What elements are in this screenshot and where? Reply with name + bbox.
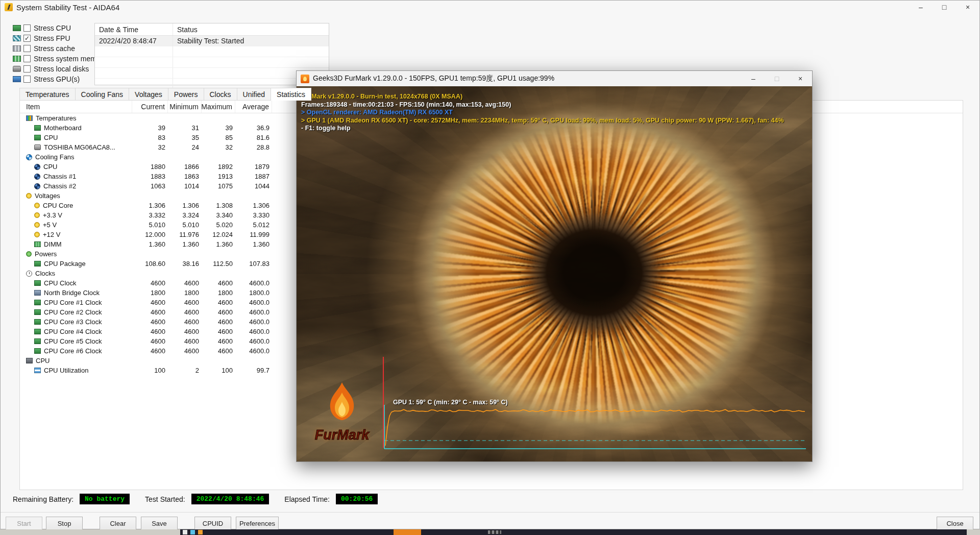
tray-icon[interactable]	[190, 530, 195, 534]
stats-item-label: +3.3 V	[43, 211, 62, 219]
stats-average-value: 1887	[235, 173, 272, 180]
checkbox[interactable]	[23, 65, 31, 72]
stats-average-value: 4600.0	[235, 279, 272, 287]
checkbox[interactable]	[23, 45, 31, 52]
stats-average-value: 1879	[235, 163, 272, 171]
checkbox[interactable]	[23, 76, 31, 83]
log-col-datetime: Date & Time	[95, 23, 173, 35]
stop-button[interactable]: Stop	[46, 517, 83, 530]
save-button[interactable]: Save	[141, 517, 178, 530]
window-controls: – □ ×	[909, 1, 979, 14]
taskbar[interactable]	[0, 529, 980, 535]
maximize-icon[interactable]: □	[933, 1, 956, 14]
stats-minimum-value: 4600	[168, 299, 202, 306]
stats-maximum-value: 5.020	[202, 221, 235, 229]
stats-item-label: CPU Core #6 Clock	[44, 347, 102, 355]
stats-current-value: 4600	[132, 347, 168, 355]
clocks-group-icon	[26, 271, 32, 277]
preferences-button[interactable]: Preferences	[236, 517, 279, 530]
memory-stress-icon	[13, 56, 21, 62]
stats-average-value: 1044	[235, 182, 272, 190]
furmark-minimize-icon[interactable]: –	[742, 71, 765, 86]
stats-average-value: 5.012	[235, 221, 272, 229]
taskbar-right-segment	[967, 529, 980, 535]
stats-minimum-value: 4600	[168, 279, 202, 287]
volt-icon	[34, 222, 40, 228]
cache-stress-icon	[13, 45, 21, 52]
stats-item-label: +5 V	[43, 221, 57, 229]
clear-button[interactable]: Clear	[100, 517, 136, 530]
taskbar-tray-icons[interactable]	[183, 530, 203, 534]
log-datetime: 2022/4/20 8:48:47	[95, 36, 173, 46]
checkbox[interactable]: ✓	[23, 35, 31, 42]
stats-item-label: Cooling Fans	[35, 153, 75, 161]
stats-current-value: 1880	[132, 163, 168, 171]
stress-option[interactable]: Stress CPU	[13, 23, 106, 33]
volt-icon	[34, 232, 40, 237]
elapsed-value: 00:20:56	[336, 494, 378, 504]
tab-clocks[interactable]: Clocks	[204, 88, 237, 101]
tray-icon[interactable]	[183, 530, 187, 534]
stats-minimum-value: 4600	[168, 337, 202, 345]
stats-item-label: DIMM	[44, 240, 62, 248]
stats-minimum-value: 4600	[168, 308, 202, 316]
stats-maximum-value: 1.360	[202, 240, 235, 248]
stats-maximum-value: 1913	[202, 173, 235, 180]
col-average: Average	[235, 101, 272, 113]
stress-option[interactable]: ✓Stress FPU	[13, 33, 106, 43]
stats-item-label: CPU Core	[43, 202, 73, 209]
close-button[interactable]: Close	[937, 517, 973, 530]
stress-option[interactable]: Stress cache	[13, 43, 106, 54]
stats-item-label: +12 V	[43, 231, 60, 238]
minimize-icon[interactable]: –	[909, 1, 933, 14]
close-icon[interactable]: ×	[956, 1, 979, 14]
col-current: Current	[132, 101, 168, 113]
stats-current-value: 1.306	[132, 202, 168, 209]
status-bar: Remaining Battery: No battery Test Start…	[13, 494, 378, 504]
stats-maximum-value: 4600	[202, 337, 235, 345]
taskbar-segment	[488, 530, 501, 534]
stats-current-value: 5.010	[132, 221, 168, 229]
osd-line: - F1: toggle help	[301, 125, 784, 133]
start-button[interactable]: Start	[6, 517, 42, 530]
stats-current-value: 39	[132, 124, 168, 132]
stats-average-value: 1.306	[235, 202, 272, 209]
tab-powers[interactable]: Powers	[168, 88, 204, 101]
elapsed-label: Elapsed Time:	[284, 495, 330, 503]
fan-icon	[34, 174, 40, 180]
log-row[interactable]: 2022/4/20 8:48:47Stability Test: Started	[95, 36, 329, 46]
furmark-titlebar[interactable]: Geeks3D FurMark v1.29.0.0 - 150FPS, GPU1…	[297, 71, 812, 86]
stats-current-value: 4600	[132, 318, 168, 326]
furmark-close-icon[interactable]: ×	[789, 71, 812, 86]
tab-unified[interactable]: Unified	[237, 88, 272, 101]
stats-item-label: CPU Core #3 Clock	[44, 318, 102, 326]
cpuid-button[interactable]: CPUID	[194, 517, 231, 530]
checkbox[interactable]	[23, 25, 31, 32]
stats-maximum-value: 39	[202, 124, 235, 132]
stress-option[interactable]: Stress GPU(s)	[13, 74, 106, 84]
chip-icon	[34, 338, 41, 344]
chip-icon	[34, 319, 41, 325]
furmark-title: Geeks3D FurMark v1.29.0.0 - 150FPS, GPU1…	[313, 74, 554, 83]
stress-option[interactable]: Stress system memory	[13, 54, 106, 64]
disk-icon	[34, 144, 41, 150]
tray-icon[interactable]	[198, 530, 203, 534]
stats-minimum-value: 1.360	[168, 240, 202, 248]
stats-item-label: Chassis #1	[43, 173, 76, 180]
chip-icon	[34, 329, 41, 334]
tab-cooling-fans[interactable]: Cooling Fans	[76, 88, 130, 101]
tab-voltages[interactable]: Voltages	[129, 88, 168, 101]
stats-minimum-value: 31	[168, 124, 202, 132]
stats-minimum-value: 24	[168, 143, 202, 151]
taskbar-active-app[interactable]	[394, 529, 421, 535]
stats-maximum-value: 4600	[202, 318, 235, 326]
stats-maximum-value: 1800	[202, 289, 235, 297]
furmark-maximize-icon[interactable]: □	[765, 71, 789, 86]
tab-temperatures[interactable]: Temperatures	[19, 88, 76, 101]
stats-current-value: 4600	[132, 308, 168, 316]
tab-statistics[interactable]: Statistics	[271, 88, 311, 101]
stress-option[interactable]: Stress local disks	[13, 64, 106, 74]
stats-minimum-value: 38.16	[168, 260, 202, 268]
log-col-status: Status	[173, 23, 329, 35]
checkbox[interactable]	[23, 55, 31, 62]
